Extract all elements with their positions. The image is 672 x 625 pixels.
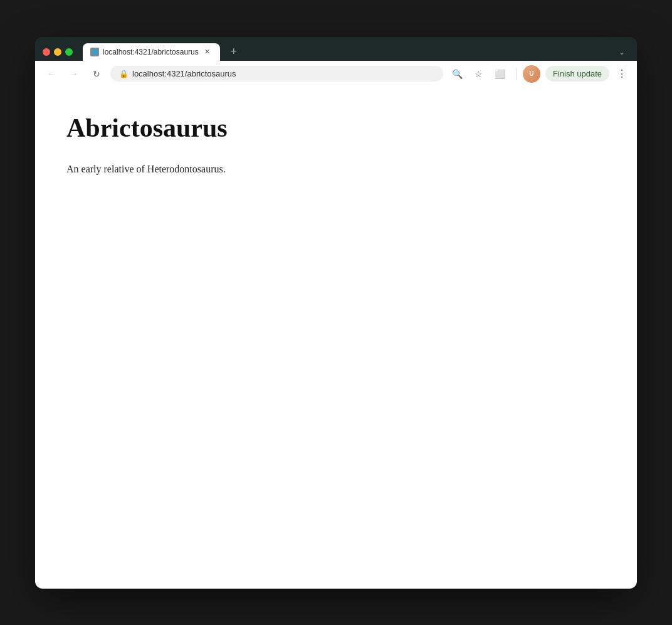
zoom-button[interactable]: 🔍 (448, 65, 467, 83)
title-bar: 🌐 localhost:4321/abrictosaurus ✕ + ⌄ (35, 37, 637, 61)
minimize-button[interactable] (54, 48, 61, 56)
finish-update-label: Finish update (553, 69, 602, 78)
tab-row: 🌐 localhost:4321/abrictosaurus ✕ + ⌄ (43, 43, 629, 61)
page-content: Abrictosaurus An early relative of Heter… (35, 87, 637, 589)
finish-update-button[interactable]: Finish update (545, 66, 609, 81)
traffic-lights (43, 48, 73, 56)
forward-button[interactable]: → (65, 65, 83, 83)
address-bar[interactable]: 🔒 localhost:4321/abrictosaurus (110, 66, 443, 81)
tab-favicon-icon: 🌐 (90, 48, 99, 56)
more-options-button[interactable]: ⋮ (614, 66, 629, 81)
extensions-icon: ⬜ (495, 69, 505, 79)
page-description: An early relative of Heterodontosaurus. (66, 161, 606, 177)
active-tab[interactable]: 🌐 localhost:4321/abrictosaurus ✕ (83, 43, 220, 61)
browser-window: 🌐 localhost:4321/abrictosaurus ✕ + ⌄ ← →… (35, 37, 637, 589)
reload-icon: ↻ (93, 69, 100, 79)
close-button[interactable] (43, 48, 50, 56)
toolbar-separator (516, 68, 517, 80)
bookmark-icon: ☆ (475, 69, 483, 79)
bookmark-button[interactable]: ☆ (470, 65, 488, 83)
reload-button[interactable]: ↻ (88, 65, 105, 83)
security-icon: 🔒 (119, 70, 129, 78)
nav-bar: ← → ↻ 🔒 localhost:4321/abrictosaurus 🔍 ☆… (35, 61, 637, 87)
more-icon: ⋮ (617, 68, 627, 80)
extensions-button[interactable]: ⬜ (491, 65, 510, 83)
zoom-icon: 🔍 (452, 69, 463, 79)
page-title: Abrictosaurus (66, 112, 606, 144)
tab-close-icon[interactable]: ✕ (202, 47, 213, 57)
back-icon: ← (47, 69, 56, 79)
new-tab-button[interactable]: + (225, 43, 243, 61)
avatar[interactable]: U (523, 65, 540, 83)
forward-icon: → (70, 69, 78, 79)
tab-overflow-button[interactable]: ⌄ (614, 45, 629, 60)
back-button[interactable]: ← (43, 65, 60, 83)
maximize-button[interactable] (65, 48, 73, 56)
avatar-image: U (523, 65, 540, 83)
address-text: localhost:4321/abrictosaurus (132, 69, 434, 78)
nav-actions: 🔍 ☆ ⬜ (448, 65, 510, 83)
tab-title: localhost:4321/abrictosaurus (103, 48, 199, 56)
